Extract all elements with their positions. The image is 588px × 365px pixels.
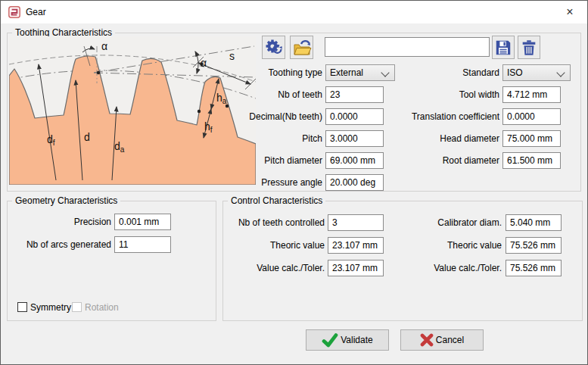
- generate-button[interactable]: [262, 36, 285, 59]
- pitch-diameter-input[interactable]: [325, 152, 384, 169]
- pressure-angle-label: Pressure angle: [224, 174, 322, 191]
- value-calc-toler-right-input[interactable]: [506, 260, 562, 276]
- validate-button-label: Validate: [341, 335, 372, 345]
- translation-coefficient-input[interactable]: [502, 108, 561, 125]
- translation-coefficient-label: Translation coefficient: [386, 108, 499, 125]
- standard-label: Standard: [386, 64, 499, 81]
- standard-value: ISO: [507, 67, 523, 78]
- validate-button[interactable]: Validate: [306, 329, 389, 351]
- toothing-type-value: External: [330, 67, 363, 78]
- decimal-nb-teeth-label: Decimal(Nb teeth): [224, 108, 322, 125]
- diagram-label-alpha-1: α: [101, 40, 107, 52]
- rotation-checkbox: [72, 302, 82, 312]
- diagram-label-d: d: [84, 131, 90, 143]
- decimal-nb-teeth-input[interactable]: [325, 108, 384, 125]
- rotation-label: Rotation: [85, 302, 119, 313]
- control-group-title: Control Characteristics: [228, 195, 325, 206]
- cancel-button-label: Cancel: [436, 335, 464, 345]
- symmetry-label: Symmetry: [30, 302, 71, 313]
- diagram-label-s: s: [229, 50, 235, 62]
- delete-button[interactable]: [518, 36, 540, 59]
- window-title: Gear: [26, 7, 46, 17]
- title-bar: Gear ×: [1, 1, 587, 23]
- nb-arcs-input[interactable]: [114, 236, 171, 253]
- nb-teeth-label: Nb of teeth: [224, 86, 322, 103]
- precision-label: Precision: [8, 214, 111, 230]
- value-calc-toler-left-input[interactable]: [328, 260, 384, 276]
- close-icon[interactable]: ×: [557, 2, 583, 22]
- precision-input[interactable]: [114, 214, 171, 230]
- red-x-icon: [420, 333, 434, 347]
- cancel-button[interactable]: Cancel: [400, 329, 484, 351]
- calibrator-diam-label: Calibrator diam.: [400, 214, 502, 231]
- tool-width-input[interactable]: [502, 86, 561, 103]
- nb-teeth-input[interactable]: [325, 86, 384, 103]
- tool-width-label: Tool width: [386, 86, 499, 103]
- toothing-type-label: Toothing type: [224, 64, 322, 81]
- open-folder-icon: [292, 38, 312, 58]
- toothing-type-select[interactable]: External: [325, 64, 395, 81]
- pitch-input[interactable]: [325, 130, 384, 147]
- pressure-angle-input[interactable]: [325, 174, 384, 191]
- save-disk-icon: [494, 39, 512, 57]
- gear-name-input[interactable]: [325, 37, 490, 57]
- chevron-down-icon: [556, 68, 565, 76]
- head-diameter-input[interactable]: [502, 130, 561, 147]
- geometry-group-title: Geometry Characteristics: [12, 195, 120, 206]
- diagram-label-alpha-2: α: [201, 57, 207, 69]
- value-calc-toler-left-label: Value calc./Toler.: [225, 260, 325, 276]
- value-calc-toler-right-label: Value calc./Toler.: [400, 260, 502, 276]
- head-diameter-label: Head diameter: [386, 130, 499, 147]
- app-logo-2-icon: [8, 6, 20, 18]
- open-button[interactable]: [290, 36, 313, 59]
- root-diameter-input[interactable]: [502, 152, 561, 169]
- theoric-value-left-input[interactable]: [328, 237, 384, 254]
- save-button[interactable]: [492, 36, 515, 59]
- theoric-value-right-input[interactable]: [506, 237, 562, 254]
- green-check-icon: [322, 333, 338, 348]
- standard-select[interactable]: ISO: [502, 64, 571, 81]
- nb-teeth-controlled-label: Nb of teeth controlled: [225, 214, 325, 231]
- pitch-diameter-label: Pitch diameter: [224, 152, 322, 169]
- gear-dialog: Gear × Toothing Characteristics: [0, 0, 588, 365]
- calibrator-diam-input[interactable]: [506, 214, 562, 231]
- nb-teeth-controlled-input[interactable]: [328, 214, 384, 231]
- nb-arcs-label: Nb of arcs generated: [8, 236, 111, 253]
- theoric-value-right-label: Theoric value: [400, 237, 502, 254]
- pitch-label: Pitch: [224, 130, 322, 147]
- trash-icon: [520, 39, 538, 57]
- symmetry-checkbox[interactable]: [17, 302, 27, 312]
- gear-diagram: α α s ha hf df d da: [9, 36, 256, 185]
- gear-refresh-icon: [264, 38, 284, 58]
- theoric-value-left-label: Theoric value: [225, 237, 325, 254]
- root-diameter-label: Root diameter: [386, 152, 499, 169]
